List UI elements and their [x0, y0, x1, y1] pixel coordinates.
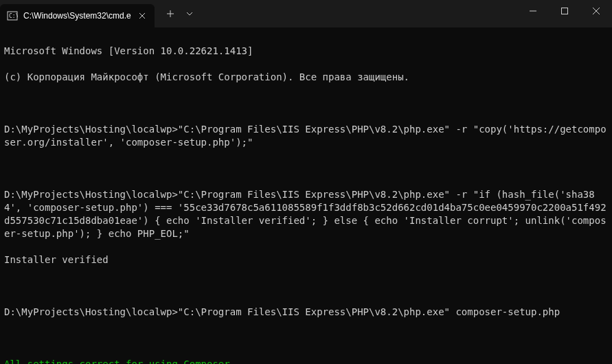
blank-line — [4, 97, 608, 110]
tab-title: C:\Windows\System32\cmd.e — [23, 11, 131, 21]
svg-rect-7 — [562, 8, 568, 14]
output-line: D:\MyProjects\Hosting\localwp>"C:\Progra… — [4, 306, 608, 319]
maximize-button[interactable] — [549, 0, 580, 22]
tab-actions — [159, 0, 197, 27]
output-line: Microsoft Windows [Version 10.0.22621.14… — [4, 45, 608, 58]
output-line: (c) Корпорация Майкрософт (Microsoft Cor… — [4, 71, 608, 84]
terminal-output[interactable]: Microsoft Windows [Version 10.0.22621.14… — [0, 27, 612, 364]
new-tab-button[interactable] — [159, 2, 182, 25]
blank-line — [4, 280, 608, 293]
tab-active[interactable]: C:\ C:\Windows\System32\cmd.e — [0, 4, 155, 27]
tab-close-button[interactable] — [137, 10, 148, 21]
blank-line — [4, 162, 608, 175]
close-button[interactable] — [580, 0, 612, 22]
cmd-icon: C:\ — [7, 10, 18, 21]
minimize-button[interactable] — [517, 0, 549, 22]
output-line: All settings correct for using Composer — [4, 358, 608, 364]
output-line: D:\MyProjects\Hosting\localwp>"C:\Progra… — [4, 188, 608, 240]
svg-text:C:\: C:\ — [9, 13, 18, 19]
tab-dropdown-button[interactable] — [182, 2, 197, 25]
window-controls — [517, 0, 612, 27]
output-line: D:\MyProjects\Hosting\localwp>"C:\Progra… — [4, 123, 608, 149]
output-line: Installer verified — [4, 253, 608, 266]
blank-line — [4, 332, 608, 345]
titlebar: C:\ C:\Windows\System32\cmd.e — [0, 0, 612, 27]
